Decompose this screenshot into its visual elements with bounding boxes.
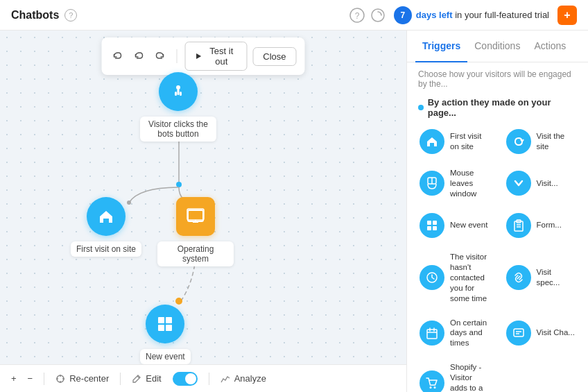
- node-circle-touch: [159, 72, 198, 111]
- node-label-visitor-clicks: Visitor clicks the bots button: [140, 117, 216, 142]
- flow-canvas[interactable]: Test it out Close Visitor clicks the bot…: [0, 31, 406, 392]
- recenter-icon: [55, 374, 65, 384]
- trigger-name-days-times: On certain days and times: [450, 318, 490, 349]
- svg-rect-31: [427, 226, 431, 230]
- help-circle-icon[interactable]: ?: [349, 8, 365, 23]
- svg-rect-11: [175, 92, 177, 96]
- trigger-visit-chat[interactable]: Visit Cha...: [499, 312, 583, 355]
- svg-marker-4: [197, 53, 202, 59]
- bottom-toolbar: + − Re-center Edit Analyze: [0, 364, 406, 392]
- svg-rect-17: [158, 317, 164, 323]
- zoom-out-button[interactable]: −: [28, 373, 33, 384]
- analyze-icon: [220, 374, 230, 384]
- undo2-button[interactable]: [131, 46, 147, 66]
- edit-button[interactable]: Edit: [132, 373, 161, 384]
- svg-rect-20: [166, 325, 172, 331]
- node-first-visit[interactable]: First visit on site: [71, 197, 141, 257]
- test-button[interactable]: Test it out: [185, 42, 247, 71]
- trigger-no-contact[interactable]: The visitor hasn't contacted you for som…: [413, 246, 496, 309]
- trigger-icon-link: [506, 265, 531, 290]
- svg-rect-19: [158, 325, 164, 331]
- refresh-icon[interactable]: [370, 8, 386, 23]
- divider: [44, 373, 44, 385]
- svg-rect-29: [427, 221, 431, 225]
- trigger-name-visit-spec: Visit spec...: [537, 267, 576, 288]
- trigger-name-no-contact: The visitor hasn't contacted you for som…: [450, 252, 490, 304]
- section-title: By action they made on your page...: [428, 97, 577, 118]
- trigger-new-event[interactable]: New event: [413, 207, 496, 244]
- trigger-grid: First visit on site Visit the site Mouse…: [413, 123, 582, 392]
- svg-rect-18: [166, 317, 172, 323]
- undo-button[interactable]: [110, 46, 126, 66]
- node-label-new-event: New event: [140, 349, 191, 364]
- svg-rect-38: [427, 330, 437, 339]
- node-operating-system[interactable]: Operating system: [157, 197, 234, 266]
- redo-button[interactable]: [153, 46, 168, 66]
- trial-days: 7: [394, 6, 412, 24]
- zoom-in-button[interactable]: +: [11, 373, 17, 384]
- right-panel: Triggers Conditions Actions Choose how y…: [406, 31, 588, 392]
- divider3: [209, 373, 209, 385]
- node-circle-event: [146, 305, 184, 343]
- trigger-icon-clock: [420, 265, 444, 290]
- trigger-visit2[interactable]: Visit...: [499, 162, 583, 205]
- node-label-os: Operating system: [157, 241, 234, 266]
- divider: [176, 49, 177, 63]
- tab-triggers[interactable]: Triggers: [415, 31, 467, 62]
- svg-rect-10: [178, 89, 180, 95]
- svg-rect-12: [180, 92, 182, 96]
- trigger-name-visit-chat: Visit Cha...: [537, 327, 575, 338]
- divider2: [120, 373, 121, 385]
- recenter-button[interactable]: Re-center: [55, 373, 109, 384]
- svg-point-46: [434, 386, 436, 389]
- edit-toggle[interactable]: [173, 372, 198, 386]
- analyze-button[interactable]: Analyze: [220, 373, 266, 384]
- node-new-event[interactable]: New event: [140, 305, 191, 364]
- svg-text:?: ?: [354, 10, 359, 20]
- svg-rect-32: [433, 226, 437, 230]
- panel-subtitle: Choose how your visitors will be engaged…: [407, 62, 588, 93]
- main-area: Test it out Close Visitor clicks the bot…: [0, 31, 588, 392]
- header-left: Chatbots ?: [11, 9, 77, 22]
- header-right: ? 7 days left in your full-featured tria…: [349, 6, 577, 25]
- svg-point-2: [372, 9, 384, 22]
- trigger-icon-cart: [420, 370, 444, 392]
- trigger-shopify[interactable]: Shopify - Visitor adds to a cart: [413, 357, 496, 392]
- close-button[interactable]: Close: [252, 47, 296, 66]
- trigger-icon-home: [420, 129, 444, 154]
- trigger-name-visit-site: Visit the site: [537, 131, 576, 152]
- section-header: By action they made on your page...: [407, 93, 588, 123]
- trigger-mouse-leaves[interactable]: Mouse leaves window: [413, 162, 496, 205]
- svg-point-8: [175, 298, 182, 305]
- svg-rect-42: [514, 329, 524, 336]
- trigger-name-visit2: Visit...: [537, 178, 558, 189]
- svg-rect-30: [433, 221, 437, 225]
- trigger-icon-clipboard: [506, 213, 531, 238]
- trigger-visit-site[interactable]: Visit the site: [499, 123, 583, 160]
- trigger-days-times[interactable]: On certain days and times: [413, 312, 496, 355]
- trigger-visit-spec[interactable]: Visit spec...: [499, 246, 583, 309]
- node-visitor-clicks[interactable]: Visitor clicks the bots button: [140, 72, 216, 142]
- app-title: Chatbots: [11, 9, 59, 22]
- trigger-icon-chat: [506, 321, 531, 346]
- trigger-form[interactable]: Form...: [499, 207, 583, 244]
- trigger-first-visit[interactable]: First visit on site: [413, 123, 496, 160]
- panel-tabs: Triggers Conditions Actions: [407, 31, 588, 62]
- help-icon[interactable]: ?: [64, 9, 77, 22]
- svg-point-45: [430, 386, 432, 389]
- trigger-icon-chevron-down: [506, 171, 531, 196]
- trigger-icon-calendar: [420, 321, 444, 346]
- trigger-name-form: Form...: [537, 220, 562, 230]
- section-dot: [418, 105, 424, 110]
- upgrade-button[interactable]: +: [557, 6, 577, 25]
- trial-badge: 7 days left in your full-featured trial: [394, 6, 549, 24]
- tab-conditions[interactable]: Conditions: [467, 31, 527, 62]
- toggle-knob: [185, 373, 196, 384]
- node-label-first-visit: First visit on site: [71, 241, 141, 257]
- trial-text: days left in your full-featured trial: [416, 10, 549, 20]
- trigger-icon-refresh: [506, 129, 531, 154]
- trigger-list: First visit on site Visit the site Mouse…: [407, 123, 588, 392]
- tab-actions[interactable]: Actions: [527, 31, 573, 62]
- trigger-name-first-visit: First visit on site: [450, 131, 490, 152]
- canvas-toolbar: Test it out Close: [102, 37, 305, 75]
